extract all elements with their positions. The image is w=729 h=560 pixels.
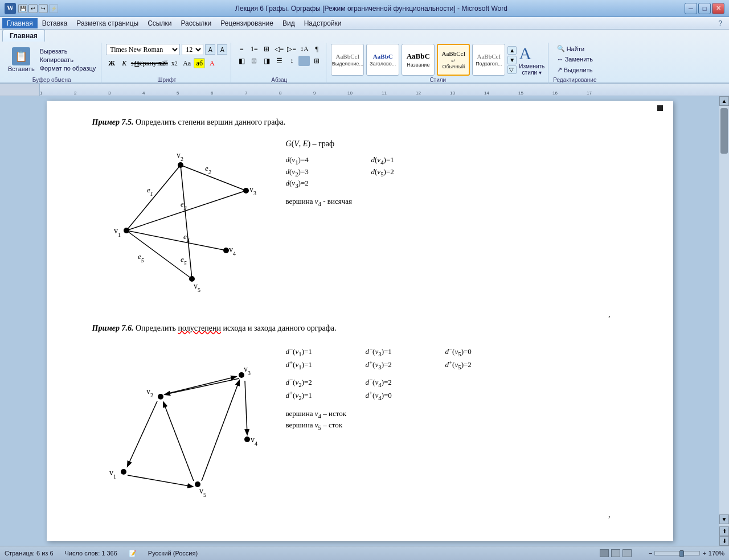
menu-references[interactable]: Ссылки bbox=[143, 18, 176, 28]
align-right-button[interactable]: ◨ bbox=[261, 56, 272, 66]
ruler-mark-8: 8 bbox=[279, 90, 281, 96]
font-size-select[interactable]: 12 bbox=[182, 44, 203, 55]
font-name-select[interactable]: Times New Roman bbox=[106, 44, 180, 55]
border-button[interactable]: ⊞ bbox=[311, 56, 322, 66]
styles-more[interactable]: ▽ bbox=[507, 65, 517, 74]
align-center-button[interactable]: ⊡ bbox=[248, 56, 260, 66]
color-button[interactable]: А bbox=[206, 58, 218, 68]
show-marks-button[interactable]: ¶ bbox=[311, 44, 322, 54]
menu-layout[interactable]: Разметка страницы bbox=[72, 18, 143, 28]
d-minus-v4: d−(v4)=2 bbox=[366, 376, 445, 388]
style-cell-selection[interactable]: AaBbCcI Выделение... bbox=[331, 44, 364, 76]
menu-mailings[interactable]: Рассылки bbox=[176, 18, 216, 28]
multilevel-list-button[interactable]: ⊞ bbox=[261, 44, 272, 54]
d-minus-v1: d−(v1)=1 bbox=[286, 345, 366, 357]
clipboard-small-buttons: Вырезать Копировать Формат по образцу bbox=[38, 47, 98, 72]
editing-label: Редактирование bbox=[553, 76, 596, 83]
scroll-next-page[interactable]: ⬇ bbox=[719, 536, 729, 546]
paste-button[interactable]: 📋 Вставить bbox=[6, 46, 37, 73]
shading-button[interactable] bbox=[298, 56, 310, 66]
style-cell-heading[interactable]: AaBbC Заголово... bbox=[366, 44, 399, 76]
scroll-prev-page[interactable]: ⬆ bbox=[719, 526, 729, 536]
italic-button[interactable]: К bbox=[118, 58, 130, 68]
view-reading-button[interactable] bbox=[611, 549, 620, 557]
subscript-button[interactable]: x2 bbox=[156, 58, 167, 68]
tab-home[interactable]: Главная bbox=[2, 30, 45, 42]
vertex-v4-label: v4 bbox=[229, 245, 236, 257]
superscript-button[interactable]: x2 bbox=[169, 58, 180, 68]
ruler-mark-1: 1 bbox=[40, 90, 42, 96]
menu-home[interactable]: Главная bbox=[2, 18, 38, 28]
maximize-button[interactable]: □ bbox=[698, 3, 711, 14]
paragraph-label: Абзац bbox=[271, 76, 287, 83]
svg-line-10 bbox=[202, 381, 239, 481]
example-76-section: Пример 7.6. Определить полустепени исход… bbox=[92, 324, 628, 499]
case-button[interactable]: Аа bbox=[181, 58, 193, 68]
d-plus-v5: d+(v5)=2 bbox=[445, 359, 525, 370]
menu-review[interactable]: Рецензирование bbox=[216, 18, 278, 28]
svg-line-12 bbox=[166, 377, 236, 394]
minimize-button[interactable]: ─ bbox=[685, 3, 697, 14]
paragraph-controls: ≡ 1≡ ⊞ ◁≡ ▷≡ ↕A ¶ ◧ ⊡ ◨ ☰ ↕ ⊞ bbox=[236, 44, 322, 76]
page-status: Страница: 6 из 6 bbox=[5, 550, 54, 557]
style-cell-subtitle[interactable]: AaBbCcI Подзагол... bbox=[472, 44, 505, 76]
scrollbar-vertical: ▲ ▼ ⬆ ⬇ bbox=[719, 96, 729, 546]
spell-check-icon[interactable]: 📝 bbox=[129, 550, 137, 557]
close-button[interactable]: ✕ bbox=[712, 3, 724, 14]
view-normal-button[interactable] bbox=[600, 549, 609, 557]
scroll-down-button[interactable]: ▼ bbox=[719, 514, 729, 524]
align-justify-button[interactable]: ☰ bbox=[273, 56, 285, 66]
menu-addons[interactable]: Надстройки bbox=[300, 18, 346, 28]
increase-indent-button[interactable]: ▷≡ bbox=[286, 44, 297, 54]
ruler-mark-16: 16 bbox=[552, 90, 558, 96]
styles-scroll-down[interactable]: ▼ bbox=[507, 56, 517, 64]
style-cell-title[interactable]: AaBbC Название bbox=[402, 44, 435, 76]
highlight-button[interactable]: аб bbox=[194, 58, 205, 68]
decrease-indent-button[interactable]: ◁≡ bbox=[273, 44, 285, 54]
list-buttons: ≡ 1≡ ⊞ ◁≡ ▷≡ ↕A ¶ bbox=[236, 44, 322, 54]
line-spacing-button[interactable]: ↕ bbox=[286, 56, 297, 66]
font-shrink-button[interactable]: A bbox=[217, 44, 227, 55]
zoom-slider[interactable] bbox=[654, 551, 700, 555]
ribbon-content: 📋 Вставить Вырезать Копировать Формат по… bbox=[0, 42, 729, 85]
scroll-thumb[interactable] bbox=[720, 108, 728, 154]
select-button[interactable]: ↗ Выделить bbox=[554, 65, 596, 75]
bullet-list-button[interactable]: ≡ bbox=[236, 44, 247, 54]
font-grow-button[interactable]: A bbox=[205, 44, 215, 55]
view-web-button[interactable] bbox=[622, 549, 632, 557]
ruler-mark-15: 15 bbox=[518, 90, 523, 96]
scroll-up-button[interactable]: ▲ bbox=[719, 96, 729, 106]
change-styles-button[interactable]: A bbox=[519, 44, 544, 63]
zoom-in-button[interactable]: + bbox=[702, 550, 706, 557]
replace-button[interactable]: ↔ Заменить bbox=[554, 55, 596, 64]
ruler-mark-7: 7 bbox=[245, 90, 247, 96]
number-list-button[interactable]: 1≡ bbox=[248, 44, 260, 54]
dg-vertex-v5-label: v5 bbox=[199, 487, 206, 498]
help-icon[interactable]: ? bbox=[714, 18, 727, 28]
example-76-label: Пример 7.6. bbox=[92, 324, 134, 332]
format-copy-button[interactable]: Формат по образцу bbox=[38, 64, 98, 72]
zoom-out-button[interactable]: − bbox=[649, 550, 652, 557]
zoom-level: 170% bbox=[708, 550, 724, 557]
align-left-button[interactable]: ◧ bbox=[236, 56, 247, 66]
strikethrough-button[interactable]: зачёркнутый bbox=[144, 58, 155, 68]
window-controls[interactable]: ─ □ ✕ bbox=[685, 3, 724, 14]
find-button[interactable]: 🔍 Найти bbox=[554, 44, 587, 53]
copy-button[interactable]: Копировать bbox=[38, 56, 98, 64]
degree-v4: d(v4)=1 bbox=[371, 155, 457, 166]
bold-button[interactable]: Ж bbox=[106, 58, 117, 68]
menu-view[interactable]: Вид bbox=[278, 18, 300, 28]
menu-insert[interactable]: Вставка bbox=[38, 18, 72, 28]
document-page[interactable]: Пример 7.5. Определить степени вершин да… bbox=[47, 101, 673, 541]
style-cell-normal[interactable]: AaBbCcI ↵ Обычный bbox=[437, 44, 470, 76]
source-note: вершина v4 – исток bbox=[286, 409, 628, 419]
degree-v2: d(v2)=3 bbox=[286, 167, 371, 178]
sort-button[interactable]: ↕A bbox=[298, 44, 310, 54]
zoom-slider-thumb[interactable] bbox=[679, 550, 684, 557]
replace-icon: ↔ bbox=[557, 56, 563, 63]
vertex-v2-dot bbox=[178, 162, 183, 168]
ruler-scale: 1 2 3 4 5 6 7 8 9 10 11 12 13 14 15 16 1… bbox=[40, 84, 719, 96]
language-status: Русский (Россия) bbox=[148, 550, 198, 557]
styles-scroll-up[interactable]: ▲ bbox=[507, 46, 517, 55]
cut-button[interactable]: Вырезать bbox=[38, 47, 98, 55]
